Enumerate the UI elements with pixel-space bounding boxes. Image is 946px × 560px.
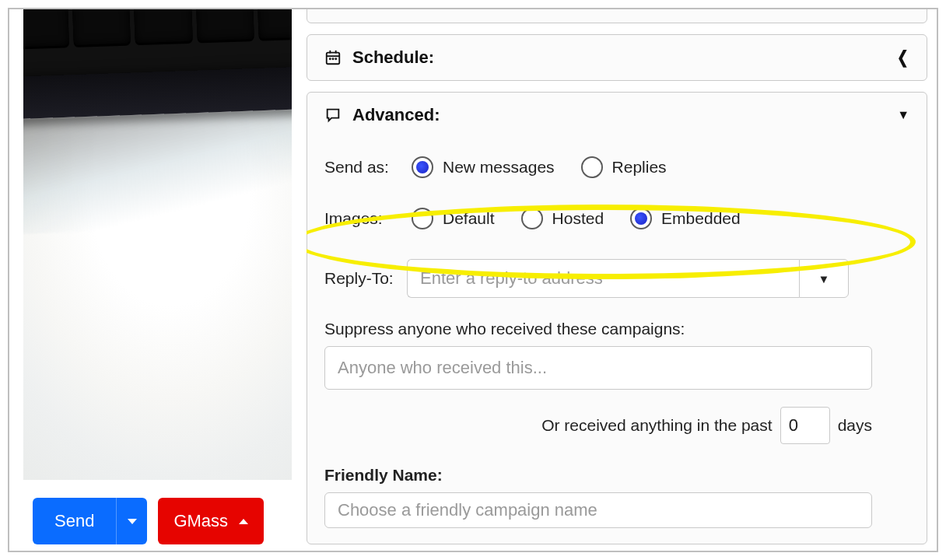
composer-attachment-thumbnail	[23, 9, 292, 480]
advanced-card: Advanced: ▼ Send as: New messages Replie…	[307, 92, 927, 544]
or-received-suffix: days	[838, 416, 872, 435]
send-button-label: Send	[33, 511, 116, 531]
suppress-input[interactable]: Anyone who received this...	[324, 346, 872, 390]
send-button-split[interactable]	[116, 498, 147, 544]
or-received-days-input[interactable]: 0	[780, 407, 830, 444]
suppress-label: Suppress anyone who received these campa…	[324, 320, 909, 338]
reply-to-label: Reply-To:	[324, 269, 407, 288]
send-as-new-label: New messages	[443, 158, 555, 177]
send-as-replies-radio[interactable]	[581, 156, 603, 178]
images-embedded-label: Embedded	[661, 209, 741, 228]
friendly-name-input[interactable]: Choose a friendly campaign name	[324, 492, 872, 528]
send-as-row: Send as: New messages Replies	[324, 156, 909, 178]
friendly-name-label: Friendly Name:	[324, 466, 909, 485]
suppress-placeholder: Anyone who received this...	[338, 358, 547, 378]
previous-section-card	[307, 9, 927, 23]
caret-up-icon	[239, 519, 248, 524]
or-received-row: Or received anything in the past 0 days	[324, 407, 872, 444]
or-received-value: 0	[789, 415, 798, 436]
gmass-button[interactable]: GMass	[158, 498, 264, 544]
schedule-card: Schedule: ❮	[307, 34, 927, 81]
schedule-header[interactable]: Schedule: ❮	[307, 35, 927, 80]
comment-icon	[324, 107, 342, 124]
or-received-prefix: Or received anything in the past	[541, 416, 773, 435]
caret-down-icon	[128, 519, 137, 524]
images-embedded-radio[interactable]	[630, 208, 652, 229]
gmass-button-label: GMass	[173, 511, 228, 531]
images-default-label: Default	[443, 209, 495, 228]
advanced-title: Advanced:	[352, 105, 440, 125]
images-default-radio[interactable]	[412, 208, 433, 229]
svg-point-5	[332, 58, 333, 59]
send-button[interactable]: Send	[33, 498, 147, 544]
chevron-down-icon: ▼	[818, 272, 830, 285]
chevron-down-icon: ▼	[897, 108, 909, 122]
calendar-icon	[324, 49, 342, 66]
send-as-label: Send as:	[324, 158, 407, 177]
reply-to-placeholder: Enter a reply-to address	[420, 268, 603, 289]
images-label: Images:	[324, 209, 407, 228]
friendly-name-placeholder: Choose a friendly campaign name	[338, 500, 597, 520]
schedule-title: Schedule:	[352, 47, 434, 68]
advanced-header[interactable]: Advanced: ▼	[307, 93, 927, 138]
svg-point-6	[335, 58, 336, 59]
send-as-new-radio[interactable]	[412, 156, 433, 178]
chevron-left-icon: ❮	[897, 47, 908, 68]
reply-to-row: Reply-To: Enter a reply-to address ▼	[324, 259, 909, 298]
reply-to-dropdown[interactable]: ▼	[799, 259, 849, 298]
reply-to-input[interactable]: Enter a reply-to address	[407, 259, 799, 298]
images-row: Images: Default Hosted Embedded	[324, 208, 909, 229]
images-hosted-label: Hosted	[552, 209, 604, 228]
send-as-replies-label: Replies	[612, 158, 667, 177]
svg-point-4	[330, 58, 331, 59]
images-hosted-radio[interactable]	[521, 208, 543, 229]
